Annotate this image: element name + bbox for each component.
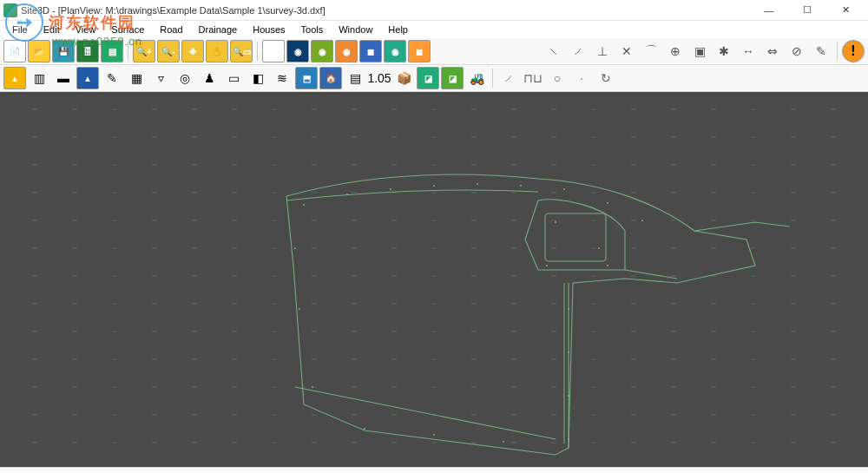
- circle-icon[interactable]: ○: [546, 67, 569, 89]
- toolbar-separator: [837, 42, 838, 61]
- svg-rect-1: [303, 204, 305, 206]
- view-d-icon[interactable]: ◼: [359, 40, 382, 62]
- layers-icon[interactable]: ▤: [101, 40, 123, 62]
- road-sign-icon[interactable]: ▲: [3, 67, 26, 89]
- svg-rect-6: [520, 185, 522, 187]
- svg-rect-21: [312, 386, 313, 388]
- line-icon[interactable]: ⟋: [497, 67, 520, 89]
- terrain-b-icon[interactable]: ◪: [441, 67, 464, 89]
- svg-rect-5: [477, 183, 478, 185]
- menubar: File Edit View Surface Road Drainage Hou…: [0, 21, 868, 38]
- window-title: Site3D - [PlanView: M:\drawings\Example …: [21, 5, 750, 16]
- close-button[interactable]: ✕: [826, 0, 865, 21]
- zoom-window-icon[interactable]: 🔍▭: [230, 40, 253, 62]
- menu-window[interactable]: Window: [332, 23, 379, 36]
- svg-rect-20: [503, 441, 504, 443]
- toolbar-row-2: ▲▥▬▲✎▦▿◎♟▭◧≋⬒🏠▤1.05📦◪◪🚜⟋⊓⊔○·↻: [0, 65, 868, 92]
- junction-icon[interactable]: ▿: [149, 67, 172, 89]
- roundabout-icon[interactable]: ◎: [174, 67, 196, 89]
- snap-arc-icon[interactable]: ⌒: [640, 40, 662, 62]
- svg-rect-16: [568, 395, 569, 397]
- menu-drainage[interactable]: Drainage: [192, 23, 245, 36]
- zoom-extents-icon[interactable]: ✥: [181, 40, 204, 62]
- svg-rect-13: [607, 265, 608, 266]
- rotate-icon[interactable]: ↻: [595, 67, 617, 89]
- save-icon[interactable]: 💾: [52, 40, 75, 62]
- svg-rect-7: [563, 188, 565, 190]
- polyline-icon[interactable]: ⊓⊔: [522, 67, 544, 89]
- pan-icon[interactable]: ✋: [206, 40, 228, 62]
- minimize-button[interactable]: —: [750, 0, 788, 21]
- svg-rect-10: [555, 221, 556, 223]
- svg-rect-8: [607, 202, 608, 204]
- snap-perp-icon[interactable]: ⊥: [591, 40, 614, 62]
- grade-icon[interactable]: ▤: [344, 67, 366, 89]
- snap-near-icon[interactable]: ✱: [713, 40, 735, 62]
- svg-rect-19: [433, 434, 435, 436]
- road-icon[interactable]: ▬: [52, 67, 75, 89]
- zoom-in-icon[interactable]: 🔍+: [133, 40, 155, 62]
- zoom-out-icon[interactable]: 🔍-: [157, 40, 180, 62]
- point-icon[interactable]: ·: [570, 67, 593, 89]
- pick-icon[interactable]: ✎: [810, 40, 832, 62]
- view-a-icon[interactable]: ◉: [286, 40, 309, 62]
- slope-label[interactable]: 1.05: [368, 67, 391, 89]
- terrain-a-icon[interactable]: ◪: [417, 67, 439, 89]
- toolbar-separator: [492, 69, 493, 88]
- snap-int-icon[interactable]: ✕: [615, 40, 638, 62]
- box-icon[interactable]: 📦: [392, 67, 415, 89]
- house-icon[interactable]: 🏠: [319, 67, 342, 89]
- svg-rect-12: [546, 265, 548, 266]
- menu-tools[interactable]: Tools: [294, 23, 331, 36]
- snap-mid-icon[interactable]: ⟋: [567, 40, 589, 62]
- titlebar: Site3D - [PlanView: M:\drawings\Example …: [0, 0, 868, 21]
- svg-rect-11: [598, 247, 600, 249]
- string-icon[interactable]: ≋: [271, 67, 293, 89]
- profile-icon[interactable]: ♟: [198, 67, 220, 89]
- svg-rect-9: [641, 220, 643, 221]
- svg-rect-14: [568, 308, 569, 310]
- open-folder-icon[interactable]: 📂: [28, 40, 50, 62]
- svg-rect-3: [390, 188, 391, 190]
- menu-surface[interactable]: Surface: [104, 23, 151, 36]
- excavator-icon[interactable]: 🚜: [465, 67, 488, 89]
- view-e-icon[interactable]: ◉: [384, 40, 406, 62]
- svg-rect-15: [568, 351, 569, 353]
- svg-rect-2: [346, 194, 348, 195]
- menu-file[interactable]: File: [5, 23, 35, 36]
- toolbar-row-1: 📄📂💾🗄▤🔍+🔍-✥✋🔍▭2D3D◉◉◉◼◉◼⟍⟋⊥✕⌒⊕▣✱↔⇔⊘✎!: [0, 38, 868, 65]
- snap-center-icon[interactable]: ⊕: [664, 40, 687, 62]
- menu-edit[interactable]: Edit: [36, 23, 67, 36]
- maximize-button[interactable]: ☐: [788, 0, 826, 21]
- section-icon[interactable]: ◧: [247, 67, 269, 89]
- schedule-icon[interactable]: ▦: [125, 67, 148, 89]
- sheet-icon[interactable]: ▭: [222, 67, 245, 89]
- sign-blue-icon[interactable]: ▲: [76, 67, 99, 89]
- new-file-icon[interactable]: 📄: [3, 40, 26, 62]
- menu-houses[interactable]: Houses: [246, 23, 292, 36]
- menu-road[interactable]: Road: [153, 23, 189, 36]
- plan-viewport[interactable]: [0, 92, 868, 467]
- 2d3d-icon[interactable]: 2D3D: [262, 40, 285, 62]
- svg-rect-4: [433, 185, 435, 187]
- svg-rect-23: [294, 247, 296, 249]
- snap-node-icon[interactable]: ▣: [688, 40, 711, 62]
- sketch-icon[interactable]: ✎: [101, 67, 123, 89]
- svg-rect-18: [364, 428, 365, 430]
- view-c-icon[interactable]: ◉: [335, 40, 358, 62]
- wall-icon[interactable]: ▥: [28, 67, 50, 89]
- alert-icon[interactable]: !: [842, 40, 865, 62]
- database-icon[interactable]: 🗄: [76, 40, 99, 62]
- menu-help[interactable]: Help: [381, 23, 415, 36]
- snap-angle-icon[interactable]: ⇔: [761, 40, 784, 62]
- snap-dist-icon[interactable]: ↔: [737, 40, 760, 62]
- svg-rect-17: [568, 438, 569, 440]
- statusbar: Lines=41790, Arcs=0, Texts=839, Blocks=1…: [0, 467, 868, 473]
- svg-rect-22: [299, 308, 300, 310]
- view-f-icon[interactable]: ◼: [408, 40, 431, 62]
- snap-none-icon[interactable]: ⊘: [786, 40, 808, 62]
- model-icon[interactable]: ⬒: [295, 67, 318, 89]
- menu-view[interactable]: View: [69, 23, 103, 36]
- snap-end-icon[interactable]: ⟍: [542, 40, 565, 62]
- view-b-icon[interactable]: ◉: [311, 40, 333, 62]
